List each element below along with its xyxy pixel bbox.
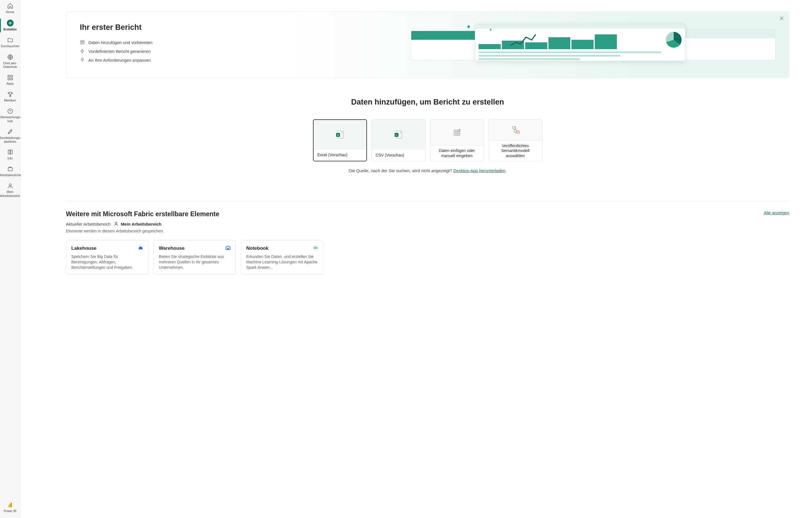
svg-point-23 (115, 222, 117, 224)
hero-banner: Ihr erster Bericht Daten hinzufügen und … (66, 11, 789, 78)
hero-title: Ihr erster Bericht (80, 23, 400, 32)
hero-bullet-text: Daten hinzufügen und vorbereiten (88, 40, 152, 45)
home-icon (7, 3, 13, 9)
monitor-icon (7, 108, 13, 114)
svg-point-8 (9, 184, 11, 186)
fabric-card-title: Notebook (246, 246, 318, 251)
bolt-icon (80, 49, 85, 54)
add-data-heading: Daten hinzufügen, um Bericht zu erstelle… (66, 98, 789, 107)
hint-suffix: . (505, 168, 506, 173)
onelake-icon (7, 54, 13, 60)
card-manual[interactable]: Daten einfügen oder manuell eingeben (430, 119, 484, 161)
card-label: Daten einfügen oder manuell eingeben (430, 145, 484, 161)
rail-item-monitor[interactable]: Überwachungs-hub (0, 105, 20, 126)
rail-item-label: Mein Arbeitsbereich (0, 190, 20, 197)
svg-rect-4 (10, 78, 12, 80)
fabric-card-notebook[interactable]: </> Notebook Erkunden Sie Daten, und ers… (241, 240, 323, 274)
rail-item-label: Home (6, 10, 14, 14)
fabric-card-warehouse[interactable]: Warehouse Bieten Sie strategische Einbli… (153, 240, 236, 274)
card-label: CSV (Vorschau) (372, 149, 425, 161)
workspace-label: Aktueller Arbeitsbereich (66, 222, 111, 226)
add-data-hint: Die Quelle, nach der Sie suchen, wird ni… (66, 168, 789, 173)
hero-bullet: Vordefinierten Bericht generieren (80, 49, 400, 54)
workspace-name: Mein Arbeitsbereich (121, 222, 162, 226)
svg-rect-9 (8, 505, 9, 507)
svg-rect-11 (11, 503, 12, 508)
svg-rect-2 (10, 75, 12, 77)
fabric-card-desc: Bieten Sie strategische Einblicke aus me… (159, 254, 230, 270)
svg-rect-19 (454, 130, 460, 136)
fabric-card-desc: Speichern Sie Big Data für Bereinigungen… (71, 254, 143, 270)
card-excel[interactable]: X Excel (Vorschau) (313, 119, 367, 161)
svg-rect-7 (9, 167, 11, 168)
rail-item-apps[interactable]: Apps (0, 72, 20, 88)
rail-item-label: Durchsuchen (1, 44, 19, 48)
rail-item-home[interactable]: Home (0, 0, 20, 17)
fabric-heading: Weitere mit Microsoft Fabric erstellbare… (66, 210, 219, 218)
hero-bullet: An Ihre Anforderungen anpassen (80, 57, 400, 62)
rail-item-label: Metriken (4, 99, 16, 102)
person-icon (7, 183, 13, 189)
svg-text:</>: </> (314, 246, 318, 249)
table-plus-icon (430, 119, 484, 145)
fabric-card-lakehouse[interactable]: Lakehouse Speichern Sie Big Data für Ber… (66, 240, 148, 274)
semantic-model-icon (489, 119, 542, 140)
trophy-icon (7, 91, 13, 98)
card-label: Excel (Vorschau) (314, 149, 367, 161)
rail-item-label: Bereitstellungs-pipelines (0, 136, 21, 143)
folder-icon (7, 37, 13, 43)
svg-rect-3 (8, 78, 9, 80)
hint-prefix: Die Quelle, nach der Sie suchen, wird ni… (348, 168, 453, 173)
hero-bullet-text: An Ihre Anforderungen anpassen (88, 58, 151, 62)
main-content: Ihr erster Bericht Daten hinzufügen und … (21, 0, 812, 518)
notebook-icon: </> (312, 244, 319, 251)
rail-footer-powerbi[interactable]: Power BI (3, 499, 18, 516)
svg-rect-26 (227, 248, 229, 250)
left-nav-rail: Home Erstellen Durchsuchen OneLake-Daten… (0, 0, 21, 518)
pin-icon (80, 57, 85, 62)
card-semantic-model[interactable]: Veröffentlichtes Semantikmodell auswähle… (489, 119, 543, 161)
rail-item-label: Erstellen (3, 28, 17, 31)
fabric-note: Elemente werden in diesem Arbeitsbereich… (66, 229, 789, 233)
rail-item-label: OneLake-Datenhub (1, 61, 19, 69)
fabric-cards: Lakehouse Speichern Sie Big Data für Ber… (66, 240, 789, 274)
csv-icon: a, (372, 119, 425, 149)
rail-item-info[interactable]: Info (0, 146, 20, 163)
rail-item-label: Apps (6, 82, 13, 85)
excel-icon: X (314, 120, 367, 149)
rail-item-label: Überwachungs-hub (0, 115, 21, 123)
rail-item-my-workspace[interactable]: Mein Arbeitsbereich (0, 180, 20, 200)
rail-item-metrics[interactable]: Metriken (0, 88, 20, 105)
hero-illustration (400, 23, 775, 66)
apps-icon (7, 75, 13, 81)
hero-bullet: Daten hinzufügen und vorbereiten (80, 40, 400, 45)
rail-item-browse[interactable]: Durchsuchen (0, 34, 20, 51)
rail-footer-label: Power BI (4, 509, 17, 513)
svg-rect-1 (8, 75, 9, 77)
close-icon[interactable] (779, 16, 784, 21)
download-desktop-link[interactable]: Desktop-App herunterladen (453, 168, 505, 173)
svg-rect-12 (80, 40, 84, 44)
rail-item-create[interactable]: Erstellen (0, 17, 20, 34)
rail-item-label: Info (7, 157, 12, 160)
workspaces-icon (7, 166, 13, 172)
person-icon (114, 221, 119, 226)
rail-item-workspaces[interactable]: Arbeitsbereiche (0, 163, 20, 180)
divider (66, 201, 789, 202)
hero-bullet-text: Vordefinierten Bericht generieren (88, 49, 150, 54)
fabric-card-title: Warehouse (159, 246, 230, 251)
svg-text:a,: a, (396, 134, 397, 136)
current-workspace[interactable]: Mein Arbeitsbereich (114, 221, 162, 226)
data-source-cards: X Excel (Vorschau) a, CSV (Vorschau) Dat… (66, 119, 789, 161)
rocket-icon (7, 129, 13, 135)
card-label: Veröffentlichtes Semantikmodell auswähle… (489, 140, 542, 161)
card-csv[interactable]: a, CSV (Vorschau) (372, 119, 426, 161)
show-all-link[interactable]: Alle anzeigen (764, 210, 789, 215)
warehouse-icon (225, 244, 231, 251)
table-icon (80, 40, 85, 45)
svg-rect-6 (8, 168, 12, 171)
rail-item-onelake[interactable]: OneLake-Datenhub (0, 51, 20, 72)
lakehouse-icon (137, 244, 144, 251)
svg-text:X: X (337, 134, 339, 136)
rail-item-pipelines[interactable]: Bereitstellungs-pipelines (0, 126, 20, 146)
